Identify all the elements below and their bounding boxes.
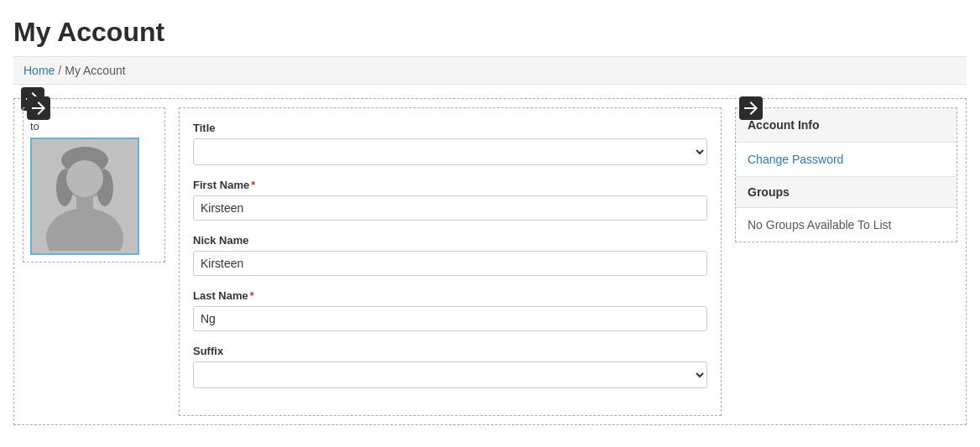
change-password-link[interactable]: Change Password — [748, 153, 843, 166]
account-info-section: Account Info — [736, 108, 957, 143]
nick-name-group: Nick Name — [193, 234, 707, 276]
right-panel-arrow-icon — [744, 101, 758, 115]
page-title: My Account — [13, 17, 967, 48]
left-panel: to — [23, 107, 165, 416]
first-name-label: First Name* — [193, 179, 707, 191]
breadcrumb-current: My Account — [65, 64, 125, 77]
avatar-image — [34, 142, 135, 251]
nick-name-input[interactable] — [193, 251, 707, 276]
breadcrumb: Home / My Account — [13, 56, 967, 85]
suffix-label: Suffix — [193, 345, 707, 357]
account-info-title: Account Info — [748, 118, 820, 132]
first-name-input[interactable] — [193, 195, 707, 221]
right-panel: Account Info Change Password Groups No G… — [735, 107, 957, 416]
last-name-required-star: * — [250, 289, 254, 302]
main-content: to — [13, 98, 967, 425]
groups-title: Groups — [748, 185, 790, 199]
groups-section: Groups — [736, 177, 957, 208]
suffix-select[interactable]: Jr. Sr. II III IV — [193, 361, 707, 388]
page-wrapper: My Account Home / My Account to — [0, 0, 980, 442]
no-groups-section: No Groups Available To List — [736, 208, 957, 242]
last-name-label: Last Name* — [193, 289, 707, 302]
suffix-group: Suffix Jr. Sr. II III IV — [193, 345, 707, 388]
left-panel-arrow-icon — [32, 101, 45, 115]
last-name-group: Last Name* — [193, 289, 707, 331]
left-panel-inner: to — [23, 107, 165, 262]
avatar — [30, 138, 139, 255]
svg-point-6 — [66, 160, 103, 197]
photo-label: to — [30, 120, 158, 133]
required-star: * — [251, 179, 255, 191]
breadcrumb-home-link[interactable]: Home — [23, 64, 55, 77]
first-name-group: First Name* — [193, 179, 707, 221]
title-group: Title Mr. Mrs. Ms. Dr. Prof. — [193, 122, 707, 165]
no-groups-text: No Groups Available To List — [748, 218, 891, 231]
breadcrumb-separator: / — [58, 64, 61, 77]
nick-name-label: Nick Name — [193, 234, 707, 247]
left-panel-nav-icon[interactable] — [27, 96, 50, 120]
svg-point-1 — [46, 208, 123, 251]
title-label: Title — [193, 122, 707, 134]
right-panel-inner: Account Info Change Password Groups No G… — [735, 107, 957, 242]
right-panel-nav-icon[interactable] — [739, 96, 763, 120]
last-name-input[interactable] — [193, 306, 707, 331]
title-select[interactable]: Mr. Mrs. Ms. Dr. Prof. — [193, 138, 707, 165]
change-password-section: Change Password — [736, 143, 957, 177]
form-panel: Title Mr. Mrs. Ms. Dr. Prof. First Name*… — [179, 107, 722, 416]
